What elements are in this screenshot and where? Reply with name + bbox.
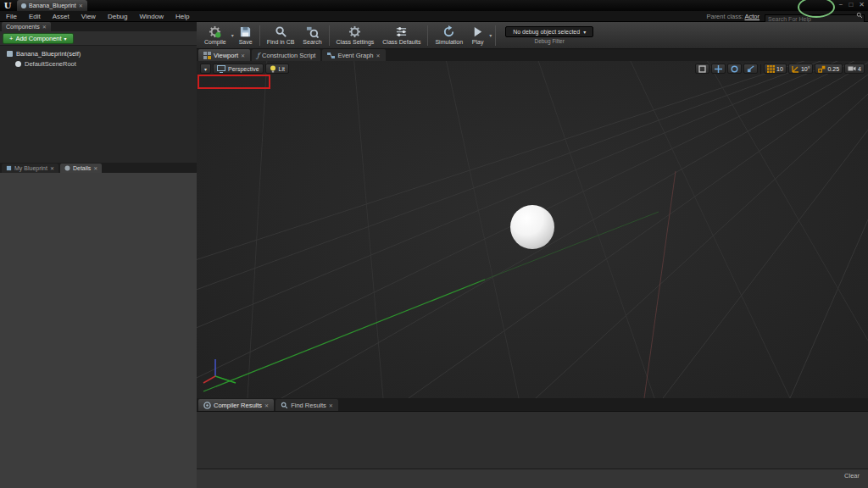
maximize-viewport-button[interactable]: [695, 64, 709, 74]
simulation-button[interactable]: Simulation: [431, 24, 467, 47]
plus-icon: +: [9, 35, 13, 42]
tab-construction-script[interactable]: ƒ Construction Script: [252, 49, 320, 61]
details-panel-empty: [0, 173, 197, 488]
viewport-tab-close-icon[interactable]: ✕: [241, 53, 245, 58]
document-tab-title: Banana_Blueprint: [29, 3, 76, 8]
rotation-snap-control[interactable]: 10°: [788, 64, 814, 74]
sphere-mesh[interactable]: [510, 205, 554, 249]
menu-asset[interactable]: Asset: [47, 13, 75, 20]
gear-icon: [348, 25, 361, 38]
close-button[interactable]: ✕: [859, 1, 865, 9]
components-tree: Banana_Blueprint(self) DefaultSceneRoot: [0, 46, 197, 163]
find-in-cb-button[interactable]: Find in CB: [263, 24, 299, 47]
play-icon: [471, 25, 484, 38]
search-button[interactable]: Search: [298, 24, 326, 47]
scale-snap-control[interactable]: 0.25: [815, 64, 843, 74]
document-tab-close-icon[interactable]: ✕: [79, 3, 83, 8]
compiler-results-tab-close-icon[interactable]: ✕: [264, 402, 269, 408]
compile-options-caret[interactable]: ▾: [231, 32, 234, 38]
components-tab-close-icon[interactable]: ✕: [42, 24, 47, 30]
menu-file[interactable]: File: [0, 13, 23, 20]
clear-button[interactable]: Clear: [844, 472, 860, 480]
class-defaults-button[interactable]: Class Defaults: [378, 24, 425, 47]
scale-icon: [747, 65, 754, 73]
lower-left-tabstrip: My Blueprint ✕ Details ✕: [0, 163, 197, 173]
parent-class-link[interactable]: Actor: [744, 13, 760, 20]
search-node-icon: [306, 25, 319, 38]
unreal-logo-icon: U: [2, 1, 14, 11]
play-button[interactable]: Play: [467, 24, 488, 47]
debug-object-dropdown[interactable]: No debug object selected ▾: [505, 26, 593, 37]
compile-button[interactable]: Compile: [200, 24, 231, 47]
results-tabstrip: Compiler Results ✕ Find Results ✕: [197, 398, 868, 411]
event-graph-tab-close-icon[interactable]: ✕: [376, 53, 381, 58]
toolbar-separator: [259, 25, 260, 46]
grid-snap-control[interactable]: 10: [764, 64, 787, 74]
axis-gizmo: [203, 359, 236, 383]
menu-view[interactable]: View: [75, 13, 102, 20]
main-area: Compile ▾ Save Find in CB: [197, 22, 868, 488]
details-tab-close-icon[interactable]: ✕: [93, 165, 97, 171]
scale-snap-value: 0.25: [827, 66, 839, 72]
blueprint-book-icon: [6, 165, 12, 171]
save-floppy-icon: [239, 25, 252, 38]
scale-tool-button[interactable]: [743, 64, 758, 74]
scale-snap-icon: [818, 65, 826, 73]
debug-filter-block: No debug object selected ▾ Debug Filter: [505, 26, 593, 44]
menu-window[interactable]: Window: [133, 13, 169, 20]
results-status-row: Clear: [197, 469, 868, 488]
document-tab[interactable]: Banana_Blueprint ✕: [17, 0, 87, 11]
magnifier-icon: [275, 25, 287, 38]
graph-icon: [327, 52, 335, 59]
viewport-icon: [203, 52, 211, 59]
menu-debug[interactable]: Debug: [102, 13, 134, 20]
camera-icon: [848, 65, 856, 72]
menu-help[interactable]: Help: [170, 13, 195, 20]
tab-find-results[interactable]: Find Results ✕: [275, 399, 338, 411]
save-button[interactable]: Save: [235, 24, 257, 47]
rotate-icon: [731, 65, 738, 73]
toolbar-separator: [329, 25, 330, 46]
tree-item-blueprint-self[interactable]: Banana_Blueprint(self): [0, 48, 197, 58]
class-settings-button[interactable]: Class Settings: [332, 24, 379, 47]
tab-viewport[interactable]: Viewport ✕: [198, 49, 250, 61]
sliders-icon: [395, 25, 408, 38]
camera-speed-value: 4: [858, 66, 861, 72]
my-blueprint-tab-close-icon[interactable]: ✕: [50, 165, 54, 171]
perspective-dropdown[interactable]: Perspective: [213, 64, 264, 74]
grid-snap-icon: [767, 65, 775, 73]
find-results-tab-close-icon[interactable]: ✕: [329, 402, 333, 408]
rotate-tool-button[interactable]: [727, 64, 742, 74]
editor-tabstrip: Viewport ✕ ƒ Construction Script Event G…: [197, 49, 868, 61]
rotation-snap-value: 10°: [801, 66, 810, 72]
tree-item-default-scene-root[interactable]: DefaultSceneRoot: [0, 58, 197, 69]
camera-speed-control[interactable]: 4: [844, 64, 865, 74]
tab-details[interactable]: Details ✕: [60, 164, 102, 173]
play-options-caret[interactable]: ▾: [489, 32, 492, 38]
translate-tool-button[interactable]: [711, 64, 726, 74]
lightbulb-icon: [270, 65, 276, 73]
add-component-row: + Add Component ▾: [0, 31, 197, 46]
viewport-toolbar-right: 10 10° 0.25 4: [695, 64, 865, 74]
minimize-button[interactable]: −: [839, 1, 843, 9]
blueprint-icon: [7, 51, 13, 57]
maximize-button[interactable]: □: [849, 1, 853, 9]
viewport-3d[interactable]: ▾ Perspective Lit: [197, 61, 868, 398]
compiler-results-log[interactable]: [197, 411, 868, 469]
grid-snap-value: 10: [776, 66, 783, 72]
tab-components[interactable]: Components ✕: [2, 22, 51, 31]
tab-my-blueprint[interactable]: My Blueprint ✕: [2, 164, 58, 173]
viewport-options-button[interactable]: ▾: [200, 64, 211, 74]
blueprint-editor-window: U Banana_Blueprint ✕ − □ ✕ File Edit Ass…: [0, 0, 868, 488]
lit-mode-dropdown[interactable]: Lit: [265, 64, 289, 74]
tab-event-graph[interactable]: Event Graph ✕: [322, 49, 385, 61]
add-component-button[interactable]: + Add Component ▾: [3, 33, 74, 44]
viewport-toolbar-separator: [760, 64, 761, 74]
tab-compiler-results[interactable]: Compiler Results ✕: [198, 399, 274, 411]
chevron-down-icon: ▾: [64, 36, 67, 42]
menu-edit[interactable]: Edit: [23, 13, 47, 20]
maximize-icon: [698, 65, 706, 73]
angle-snap-icon: [792, 65, 799, 73]
left-panel: Components ✕ + Add Component ▾ Banana_Bl…: [0, 22, 197, 488]
info-icon: [64, 165, 70, 171]
